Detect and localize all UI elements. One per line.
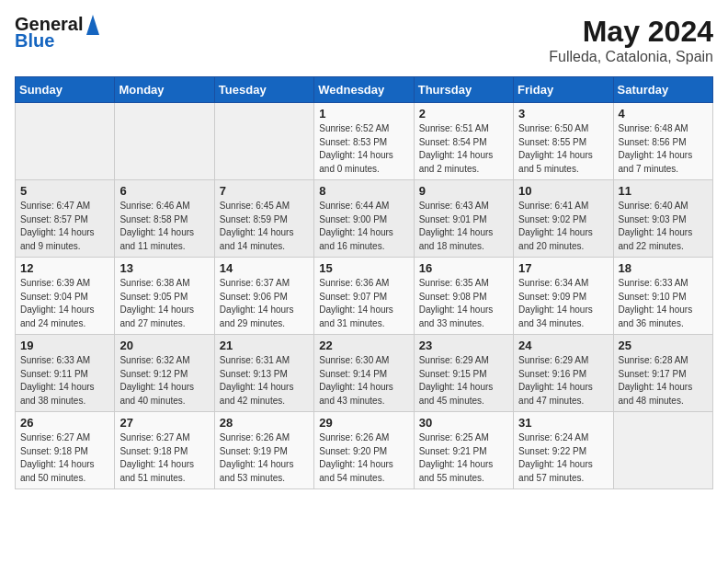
day-info-line: Daylight: 14 hours xyxy=(220,304,294,315)
calendar-subtitle: Fulleda, Catalonia, Spain xyxy=(549,49,713,65)
calendar-cell: 24Sunrise: 6:29 AMSunset: 9:16 PMDayligh… xyxy=(514,335,613,412)
day-info-line: Sunset: 9:00 PM xyxy=(319,214,387,224)
day-number: 12 xyxy=(20,261,109,275)
day-number: 27 xyxy=(119,416,209,430)
calendar-cell: 27Sunrise: 6:27 AMSunset: 9:18 PMDayligh… xyxy=(115,412,214,489)
day-info-line: Sunset: 9:04 PM xyxy=(20,292,88,302)
day-info-line: Daylight: 14 hours xyxy=(619,227,693,237)
day-info-line: and 36 minutes. xyxy=(619,318,684,328)
calendar-cell xyxy=(115,103,214,180)
day-info: Sunrise: 6:39 AMSunset: 9:04 PMDaylight:… xyxy=(20,277,109,330)
calendar-cell xyxy=(214,103,313,180)
day-info-line: and 51 minutes. xyxy=(119,473,185,483)
calendar-week-row: 1Sunrise: 6:52 AMSunset: 8:53 PMDaylight… xyxy=(16,103,713,180)
day-info-line: and 34 minutes. xyxy=(518,318,584,328)
day-info-line: Daylight: 14 hours xyxy=(419,227,494,237)
day-number: 30 xyxy=(419,416,508,430)
weekday-header-wednesday: Wednesday xyxy=(314,77,414,103)
day-info-line: Sunrise: 6:40 AM xyxy=(619,201,688,211)
calendar-cell: 29Sunrise: 6:26 AMSunset: 9:20 PMDayligh… xyxy=(314,412,414,489)
day-number: 13 xyxy=(119,261,209,275)
calendar-cell: 7Sunrise: 6:45 AMSunset: 8:59 PMDaylight… xyxy=(214,180,313,258)
day-number: 5 xyxy=(20,184,109,198)
day-number: 26 xyxy=(20,416,109,430)
day-info: Sunrise: 6:26 AMSunset: 9:20 PMDaylight:… xyxy=(319,431,408,485)
day-info-line: Sunset: 8:59 PM xyxy=(220,214,288,224)
day-number: 17 xyxy=(518,261,608,275)
day-info: Sunrise: 6:36 AMSunset: 9:07 PMDaylight:… xyxy=(319,277,408,330)
day-info-line: Sunset: 8:54 PM xyxy=(419,137,487,147)
day-info-line: Sunrise: 6:27 AM xyxy=(119,432,189,442)
calendar-cell: 1Sunrise: 6:52 AMSunset: 8:53 PMDaylight… xyxy=(314,103,414,180)
calendar-cell: 26Sunrise: 6:27 AMSunset: 9:18 PMDayligh… xyxy=(16,412,115,489)
day-info-line: Sunrise: 6:36 AM xyxy=(319,278,389,288)
calendar-cell: 31Sunrise: 6:24 AMSunset: 9:22 PMDayligh… xyxy=(514,412,613,489)
calendar-cell: 4Sunrise: 6:48 AMSunset: 8:56 PMDaylight… xyxy=(613,103,712,180)
day-info-line: Daylight: 14 hours xyxy=(20,382,95,392)
day-info-line: and 50 minutes. xyxy=(20,473,85,483)
calendar-cell: 9Sunrise: 6:43 AMSunset: 9:01 PMDaylight… xyxy=(414,180,513,258)
day-info-line: and 7 minutes. xyxy=(619,164,679,174)
day-number: 1 xyxy=(319,107,408,121)
day-info-line: Daylight: 14 hours xyxy=(419,382,494,392)
day-info-line: Sunset: 9:18 PM xyxy=(119,446,188,456)
logo: General Blue xyxy=(15,15,99,50)
calendar-cell: 19Sunrise: 6:33 AMSunset: 9:11 PMDayligh… xyxy=(16,335,115,412)
day-info-line: Sunrise: 6:27 AM xyxy=(20,432,90,442)
day-info: Sunrise: 6:26 AMSunset: 9:19 PMDaylight:… xyxy=(220,431,309,485)
day-info-line: Sunrise: 6:47 AM xyxy=(20,201,90,211)
day-info-line: Daylight: 14 hours xyxy=(619,304,693,315)
day-number: 15 xyxy=(319,261,408,275)
day-info-line: Sunrise: 6:32 AM xyxy=(119,355,189,365)
day-number: 14 xyxy=(220,261,309,275)
day-number: 18 xyxy=(619,261,708,275)
day-info-line: Daylight: 14 hours xyxy=(319,459,393,469)
day-info-line: Sunrise: 6:50 AM xyxy=(518,123,588,133)
day-info-line: and 38 minutes. xyxy=(20,396,85,406)
day-number: 16 xyxy=(419,261,508,275)
day-info-line: Sunset: 9:20 PM xyxy=(319,446,387,456)
day-info: Sunrise: 6:25 AMSunset: 9:21 PMDaylight:… xyxy=(419,431,508,485)
day-info: Sunrise: 6:33 AMSunset: 9:11 PMDaylight:… xyxy=(20,354,109,408)
day-info-line: Sunset: 9:16 PM xyxy=(518,369,586,379)
day-info-line: Sunrise: 6:43 AM xyxy=(419,201,489,211)
day-number: 6 xyxy=(119,184,209,198)
day-number: 21 xyxy=(220,339,309,352)
weekday-header-sunday: Sunday xyxy=(16,77,115,103)
calendar-week-row: 5Sunrise: 6:47 AMSunset: 8:57 PMDaylight… xyxy=(16,180,713,258)
day-info-line: Sunrise: 6:48 AM xyxy=(619,123,688,133)
calendar-cell: 10Sunrise: 6:41 AMSunset: 9:02 PMDayligh… xyxy=(514,180,613,258)
day-info-line: Daylight: 14 hours xyxy=(419,459,494,469)
calendar-week-row: 19Sunrise: 6:33 AMSunset: 9:11 PMDayligh… xyxy=(16,335,713,412)
calendar-cell: 11Sunrise: 6:40 AMSunset: 9:03 PMDayligh… xyxy=(613,180,712,258)
day-info-line: and 29 minutes. xyxy=(220,318,285,328)
day-info-line: Sunrise: 6:30 AM xyxy=(319,355,389,365)
day-info-line: Sunset: 9:21 PM xyxy=(419,446,487,456)
day-info-line: Sunset: 9:03 PM xyxy=(619,214,687,224)
calendar-title: May 2024 xyxy=(549,15,713,49)
day-number: 28 xyxy=(220,416,309,430)
day-info-line: and 20 minutes. xyxy=(518,241,584,251)
day-info-line: Sunrise: 6:26 AM xyxy=(319,432,389,442)
day-info-line: Sunset: 9:11 PM xyxy=(20,369,88,379)
day-info-line: Sunrise: 6:39 AM xyxy=(20,278,90,288)
day-info: Sunrise: 6:30 AMSunset: 9:14 PMDaylight:… xyxy=(319,354,408,408)
day-info-line: Sunrise: 6:37 AM xyxy=(220,278,290,288)
day-info: Sunrise: 6:43 AMSunset: 9:01 PMDaylight:… xyxy=(419,200,508,253)
day-info-line: Sunset: 9:17 PM xyxy=(619,369,687,379)
day-info: Sunrise: 6:40 AMSunset: 9:03 PMDaylight:… xyxy=(619,200,708,253)
calendar-cell: 14Sunrise: 6:37 AMSunset: 9:06 PMDayligh… xyxy=(214,258,313,335)
day-info-line: Sunset: 8:53 PM xyxy=(319,137,387,147)
day-number: 24 xyxy=(518,339,608,352)
calendar-table: SundayMondayTuesdayWednesdayThursdayFrid… xyxy=(15,76,713,489)
day-info-line: and 40 minutes. xyxy=(119,396,185,406)
day-info-line: Daylight: 14 hours xyxy=(518,304,593,315)
day-info-line: and 27 minutes. xyxy=(119,318,185,328)
day-info-line: Daylight: 14 hours xyxy=(518,150,593,160)
day-info-line: Sunset: 9:05 PM xyxy=(119,292,188,302)
calendar-cell: 12Sunrise: 6:39 AMSunset: 9:04 PMDayligh… xyxy=(16,258,115,335)
day-info-line: Sunset: 9:09 PM xyxy=(518,292,586,302)
day-info-line: Sunset: 9:19 PM xyxy=(220,446,288,456)
day-info-line: Sunrise: 6:33 AM xyxy=(20,355,90,365)
day-info-line: Daylight: 14 hours xyxy=(319,227,393,237)
